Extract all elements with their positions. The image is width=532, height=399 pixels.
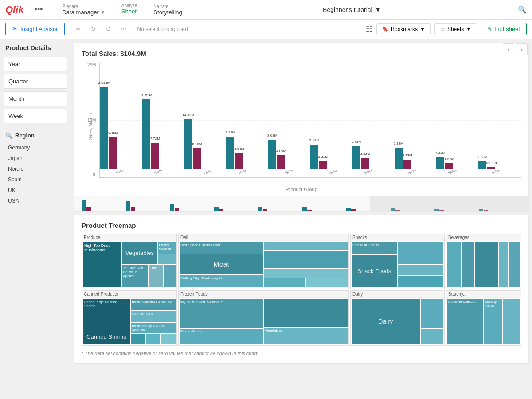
snacks-r3[interactable] (398, 276, 444, 287)
deli-r3[interactable] (264, 269, 348, 278)
teal-bar-6[interactable]: 6.73M (352, 146, 360, 169)
quarter-filter[interactable]: Quarter (4, 74, 67, 89)
insight-advisor-button[interactable]: 👁 Insight Advisor (5, 23, 65, 35)
high-top-mushrooms-block[interactable]: High Top Dried Mushrooms (83, 242, 121, 287)
dairy-main-block[interactable]: Dairy (352, 299, 420, 344)
snacks-r1[interactable] (398, 242, 444, 264)
year-filter[interactable]: Year (4, 57, 67, 71)
select-tool-button[interactable]: ✏ (72, 23, 85, 36)
bev-b1[interactable] (447, 242, 461, 287)
forward-button[interactable]: ↺ (102, 23, 115, 36)
maroon-bar-9[interactable]: 521.77k (487, 167, 495, 169)
bar-group-0[interactable]: 24.18M9.45M (100, 87, 141, 169)
bev-b2[interactable] (462, 242, 474, 287)
teal-bar-0[interactable]: 24.18M (100, 87, 108, 169)
more-options-button[interactable]: ••• (35, 5, 43, 14)
deli-r4b[interactable] (306, 278, 348, 287)
maroon-bar-0[interactable]: 9.45M (109, 137, 117, 169)
bev-b4[interactable] (499, 242, 508, 287)
bar-group-6[interactable]: 6.73M3.22M (352, 146, 394, 169)
maroon-bar-3[interactable]: 4.64M (235, 153, 243, 169)
maroon-bar-5[interactable]: 2.35M (319, 161, 327, 169)
canned-tuna-block[interactable]: Better Canned Tuna in Oil (131, 299, 176, 310)
bookmarks-button[interactable]: 🔖 Bookmarks ▼ (376, 23, 431, 35)
fast-mini-donuts-block[interactable]: Fast Mini Donuts (352, 242, 397, 254)
region-uk[interactable]: UK (4, 185, 67, 196)
maroon-bar-8[interactable]: 1.68M (445, 163, 453, 169)
meat-block[interactable]: Meat (180, 254, 263, 274)
sheets-button[interactable]: ☰ Sheets ▼ (434, 23, 477, 35)
teal-bar-5[interactable]: 7.18M (310, 145, 318, 169)
bar-group-3[interactable]: 9.49M4.64M (226, 137, 267, 169)
vegetables-block[interactable]: Vegetables (122, 242, 157, 264)
prev-arrow-button[interactable]: ‹ (503, 43, 514, 55)
teal-bar-8[interactable]: 3.44M (436, 157, 444, 169)
dairy-r1[interactable] (421, 299, 443, 328)
maroon-bar-4[interactable]: 4.05M (277, 155, 285, 169)
frozen-pizza-block[interactable]: Big Time Frozen Cheese Pi... (180, 299, 263, 328)
cutting-edge-block[interactable]: Cutting Edge Foot-Long Hot... (180, 275, 263, 287)
tell-tale-block[interactable]: Tell Tale Red Delicious Apples (122, 265, 148, 287)
analyze-nav[interactable]: Analyze Sheet (118, 2, 141, 17)
frozen-r1[interactable] (264, 299, 348, 327)
maroon-bar-6[interactable]: 3.22M (361, 158, 369, 169)
region-nordic[interactable]: Nordic (4, 164, 67, 174)
bar-group-7[interactable]: 6.32M2.73M (395, 148, 436, 169)
teal-bar-1[interactable]: 20.52M (142, 99, 150, 169)
dairy-r2[interactable] (421, 329, 443, 344)
snack-foods-block[interactable]: Snack Foods (352, 255, 397, 287)
maroon-bar-1[interactable]: 7.72M (151, 143, 159, 169)
teal-bar-7[interactable]: 6.32M (395, 148, 403, 169)
starchy-extra[interactable] (503, 299, 520, 344)
bar-group-2[interactable]: 14.63M6.10M (184, 119, 226, 169)
bar-group-9[interactable]: 2.28M521.77k (478, 161, 520, 169)
canned-s1[interactable] (131, 334, 145, 344)
clear-button[interactable]: ☉ (117, 23, 130, 36)
fancy-sardines-block[interactable]: Better Fancy Canned Sardines (131, 323, 176, 334)
week-filter[interactable]: Week (4, 109, 67, 123)
produce-small-block[interactable] (158, 254, 176, 264)
bar-group-8[interactable]: 3.44M1.68M (436, 157, 477, 169)
search-button[interactable]: 🔍 (518, 5, 527, 14)
bev-b3[interactable] (475, 242, 498, 287)
region-header[interactable]: 🔍 Region (4, 132, 67, 139)
manicotti-block[interactable]: Discover Manicotti (447, 299, 483, 344)
fruit-block[interactable]: Fruit (149, 265, 163, 287)
canned-s3[interactable] (161, 334, 176, 344)
bev-b5[interactable] (509, 242, 520, 287)
bar-group-5[interactable]: 7.18M2.35M (310, 145, 352, 169)
region-japan[interactable]: Japan (4, 153, 67, 164)
edit-sheet-button[interactable]: ✎ Edit sheet (481, 23, 527, 35)
snacks-r2[interactable] (398, 265, 444, 275)
maroon-bar-2[interactable]: 6.10M (193, 148, 201, 169)
teal-bar-3[interactable]: 9.49M (226, 137, 234, 169)
produce-extra-block[interactable] (164, 265, 176, 287)
region-spain[interactable]: Spain (4, 174, 67, 185)
app-title-section[interactable]: Beginner's tutorial ▼ (323, 6, 381, 13)
month-filter[interactable]: Month (4, 91, 67, 106)
bar-group-1[interactable]: 20.52M7.72M (142, 99, 184, 169)
grid-view-button[interactable]: ☷ (366, 24, 373, 34)
frozen-foods-block[interactable]: Frozen Foods (180, 329, 263, 344)
bar-group-4[interactable]: 8.63M4.05M (268, 140, 309, 169)
region-germany[interactable]: Germany (4, 142, 67, 153)
better-large-canned-shrimp-block[interactable]: Better Large Canned Shrimp Canned Shrimp (83, 299, 130, 344)
deli-r2[interactable] (264, 251, 348, 268)
canned-tuna-label-block[interactable]: Canned Tuna (131, 311, 176, 322)
deli-r4a[interactable] (264, 278, 305, 287)
maroon-bar-7[interactable]: 2.73M (403, 160, 411, 169)
deli-r1[interactable] (264, 242, 348, 250)
region-usa[interactable]: USA (4, 196, 67, 206)
back-button[interactable]: ↻ (87, 23, 100, 36)
starchy-foods-block[interactable]: Starchy Foods (484, 299, 502, 344)
narrate-nav[interactable]: Narrate Storytelling (150, 3, 186, 16)
red-spade-block[interactable]: Red Spade Pimento Loaf (180, 242, 263, 254)
ebony-squash-block[interactable]: Ebony Squash (158, 242, 176, 254)
next-arrow-button[interactable]: › (516, 43, 528, 55)
prepare-nav[interactable]: Prepare Data manager ▼ (59, 3, 109, 16)
dairy-section: Dairy Dairy (350, 290, 445, 346)
canned-s2[interactable] (146, 334, 160, 344)
teal-bar-4[interactable]: 8.63M (268, 140, 276, 169)
teal-bar-2[interactable]: 14.63M (184, 119, 192, 169)
frozen-veg-block[interactable]: Vegetables (264, 328, 348, 344)
